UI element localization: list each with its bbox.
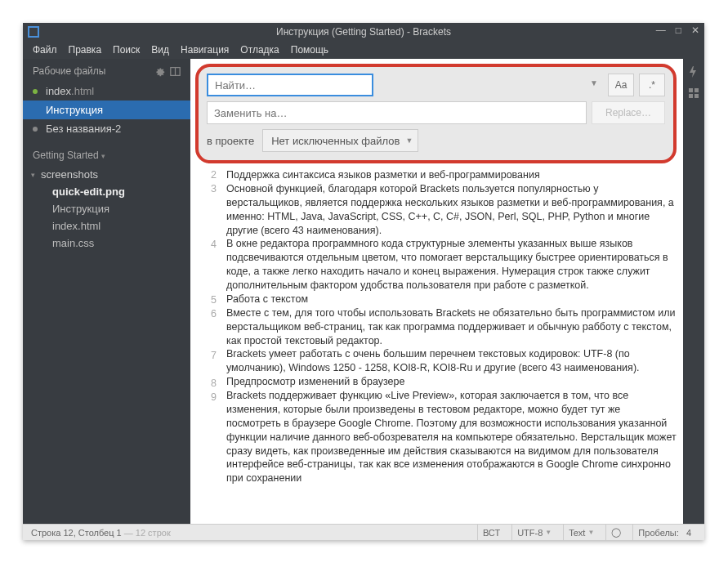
working-file[interactable]: Без названия-2 bbox=[23, 119, 190, 138]
svg-rect-5 bbox=[695, 94, 699, 98]
chevron-down-icon[interactable]: ▼ bbox=[590, 78, 598, 87]
svg-rect-4 bbox=[689, 94, 693, 98]
insert-mode[interactable]: ВСТ bbox=[477, 525, 505, 540]
lint-status[interactable]: ◯ bbox=[605, 525, 626, 540]
live-preview-icon[interactable] bbox=[687, 65, 700, 78]
menu-edit[interactable]: Правка bbox=[69, 44, 102, 56]
minimize-button[interactable]: — bbox=[656, 25, 666, 36]
project-dropdown[interactable]: Getting Started▾ bbox=[23, 138, 190, 164]
window-title: Инструкция (Getting Started) - Brackets bbox=[276, 26, 451, 38]
replace-button[interactable]: Replace… bbox=[592, 101, 665, 124]
find-input[interactable] bbox=[207, 74, 373, 96]
selection-info: — 12 строк bbox=[122, 528, 171, 538]
encoding-selector[interactable]: UTF-8▼ bbox=[511, 525, 556, 540]
folder-item[interactable]: screenshots bbox=[23, 166, 190, 183]
file-item[interactable]: Инструкция bbox=[23, 200, 190, 217]
working-files-list: index.html Инструкция Без названия-2 bbox=[23, 82, 190, 138]
menu-debug[interactable]: Отладка bbox=[240, 44, 279, 56]
file-item[interactable]: main.css bbox=[23, 235, 190, 252]
sidebar: Рабочие файлы index.html Инструкция Без … bbox=[23, 59, 190, 524]
menu-file[interactable]: Файл bbox=[33, 44, 57, 56]
file-item[interactable]: index.html bbox=[23, 217, 190, 235]
extensions-icon[interactable] bbox=[687, 87, 700, 100]
menu-view[interactable]: Вид bbox=[151, 44, 169, 56]
exclude-dropdown[interactable]: Нет исключенных файлов▼ bbox=[262, 129, 418, 152]
working-file[interactable]: index.html bbox=[23, 82, 190, 101]
split-icon[interactable] bbox=[170, 66, 181, 77]
app-icon bbox=[28, 26, 39, 38]
status-bar: Строка 12, Столбец 1 — 12 строк ВСТ UTF-… bbox=[23, 524, 704, 540]
close-button[interactable]: ✕ bbox=[691, 25, 699, 36]
working-file[interactable]: Инструкция bbox=[23, 101, 190, 119]
scope-label: в проекте bbox=[207, 135, 254, 147]
menu-find[interactable]: Поиск bbox=[113, 44, 140, 56]
gear-icon[interactable] bbox=[154, 66, 165, 77]
indent-selector[interactable]: Пробелы: 4 bbox=[632, 525, 696, 540]
title-bar: Инструкция (Getting Started) - Brackets … bbox=[23, 23, 704, 41]
right-toolbar bbox=[683, 59, 704, 524]
editor-area: ▼ Aa .* Replace… в проекте Нет исключенн… bbox=[190, 59, 683, 524]
file-item[interactable]: quick-edit.png bbox=[23, 183, 190, 200]
regex-toggle[interactable]: .* bbox=[639, 74, 665, 96]
svg-rect-3 bbox=[695, 88, 699, 92]
cursor-position[interactable]: Строка 12, Столбец 1 bbox=[31, 528, 122, 538]
case-sensitive-toggle[interactable]: Aa bbox=[608, 74, 634, 96]
language-selector[interactable]: Text▼ bbox=[563, 525, 599, 540]
maximize-button[interactable]: □ bbox=[676, 25, 681, 36]
replace-input[interactable] bbox=[207, 101, 587, 124]
menu-help[interactable]: Помощь bbox=[291, 44, 328, 56]
code-editor[interactable]: 23456789 Поддержка синтаксиса языков раз… bbox=[190, 167, 683, 524]
working-files-title: Рабочие файлы bbox=[33, 65, 105, 77]
menu-navigate[interactable]: Навигация bbox=[181, 44, 229, 56]
svg-rect-2 bbox=[689, 88, 693, 92]
menu-bar: Файл Правка Поиск Вид Навигация Отладка … bbox=[23, 41, 704, 59]
find-replace-panel: ▼ Aa .* Replace… в проекте Нет исключенн… bbox=[195, 64, 677, 163]
